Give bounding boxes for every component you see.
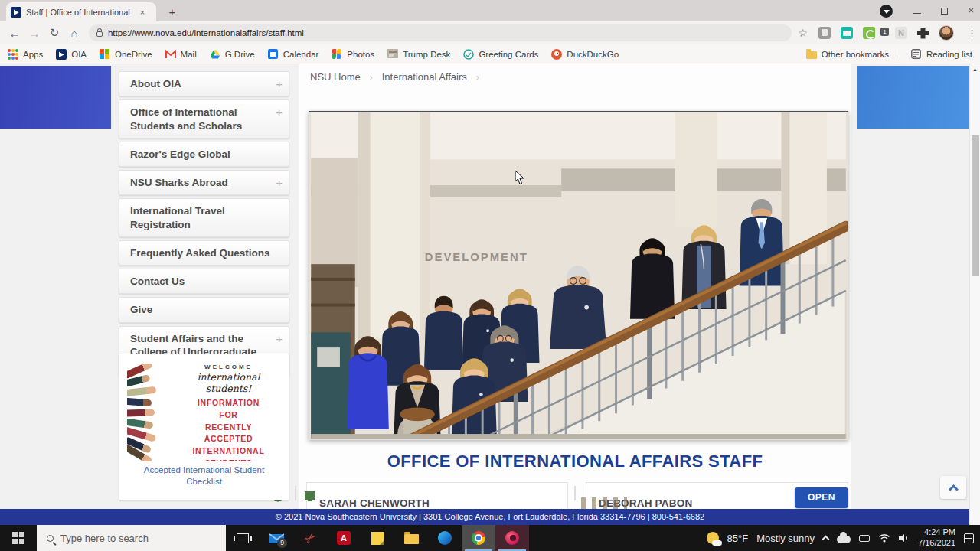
sidebar-item-label: Razor's Edge Global [130, 148, 230, 160]
back-icon[interactable]: ← [5, 27, 24, 40]
weather-condition[interactable]: Mostly sunny [756, 533, 815, 544]
sidebar-item-contact-us[interactable]: Contact Us [119, 269, 289, 294]
bookmark-apps[interactable]: Apps [8, 49, 43, 60]
action-center-icon[interactable] [964, 533, 974, 543]
reload-icon[interactable]: ↻ [44, 26, 64, 40]
scrollbar-up-icon[interactable]: ▲ [970, 67, 980, 72]
sidebar-item-label: Contact Us [130, 276, 185, 287]
window-minimize-button[interactable] [913, 13, 921, 14]
other-bookmarks[interactable]: Other bookmarks [806, 50, 889, 59]
volume-icon[interactable] [899, 533, 910, 543]
acrobat-button[interactable]: A [327, 525, 361, 551]
bookmark-duckduckgo[interactable]: DuckDuckGo [551, 49, 619, 60]
clock-date: 7/16/2021 [918, 538, 956, 547]
clock-time: 4:24 PM [924, 527, 956, 536]
profile-avatar[interactable] [939, 25, 954, 41]
sidebar-item-travel-registration[interactable]: International Travel Registration [119, 198, 289, 237]
breadcrumb-nsu-home[interactable]: NSU Home [310, 71, 361, 83]
extension-mail-icon[interactable] [841, 27, 853, 39]
window-maximize-button[interactable] [941, 8, 948, 15]
bookmark-calendar[interactable]: Calendar [268, 49, 319, 60]
chrome-button[interactable] [462, 525, 495, 551]
tab-title: Staff | Office of International Affa [26, 8, 132, 17]
breadcrumb: NSU Home › International Affairs › [310, 71, 479, 83]
sidebar-item-sharks-abroad[interactable]: NSU Sharks Abroad + [119, 170, 289, 195]
sidebar-item-international-students[interactable]: Office of International Students and Sch… [119, 99, 289, 139]
sticky-notes-icon [371, 532, 384, 545]
window-close-button[interactable]: × [968, 6, 974, 15]
sidebar-item-razors-edge[interactable]: Razor's Edge Global [119, 142, 289, 167]
browser-menu-icon[interactable]: ⋮ [967, 28, 977, 39]
media-controls-icon[interactable] [880, 5, 893, 18]
weather-temp[interactable]: 85°F [727, 533, 749, 544]
accepted-student-checklist-link[interactable]: Accepted International Student Checklist [119, 465, 289, 487]
search-input[interactable] [60, 533, 206, 544]
wifi-icon[interactable] [878, 533, 890, 543]
apps-grid-icon [8, 49, 18, 60]
bookmark-greeting-cards[interactable]: Greeting Cards [463, 49, 538, 60]
sidebar-item-about-oia[interactable]: About OIA + [119, 71, 289, 96]
new-tab-button[interactable]: + [164, 4, 181, 21]
bookmark-gdrive[interactable]: G Drive [210, 49, 255, 60]
task-view-button[interactable] [226, 525, 260, 551]
mail-app-button[interactable]: 9 [260, 525, 293, 551]
bookmark-mail[interactable]: Mail [165, 49, 197, 60]
extension-green-icon[interactable] [863, 27, 875, 39]
bookmark-oia[interactable]: OIA [56, 49, 87, 60]
weather-icon[interactable] [707, 532, 719, 544]
bookmark-onedrive[interactable]: OneDrive [100, 49, 152, 60]
hero-banner-left [0, 66, 111, 129]
lock-icon [96, 31, 103, 37]
reading-list-label: Reading list [926, 50, 972, 59]
staff-thumbnail [295, 486, 296, 500]
plus-icon[interactable]: + [276, 77, 283, 91]
red-line: ACCEPTED [176, 433, 281, 445]
plus-icon[interactable]: + [276, 105, 283, 119]
back-to-top-button[interactable] [940, 476, 966, 499]
sidebar-item-faq[interactable]: Frequently Asked Questions [119, 240, 289, 266]
bookmark-star-icon[interactable]: ☆ [798, 27, 808, 39]
welcome-graphic: WELCOME international students! INFORMAT… [127, 364, 281, 461]
extensions-puzzle-icon[interactable] [917, 28, 929, 39]
sidebar-item-give[interactable]: Give [119, 297, 289, 322]
breadcrumb-international-affairs[interactable]: International Affairs [382, 71, 467, 83]
snipping-tool-button[interactable]: ✂ [293, 525, 327, 551]
taskbar-clock[interactable]: 4:24 PM 7/16/2021 [918, 527, 956, 549]
taskbar-search[interactable] [37, 525, 226, 551]
screen-recorder-button[interactable] [495, 525, 529, 551]
duckduckgo-icon [551, 49, 562, 60]
file-explorer-button[interactable] [394, 525, 428, 551]
hero-banner-right [858, 66, 969, 129]
sticky-notes-button[interactable] [361, 525, 394, 551]
bookmarks-bar: Apps OIA OneDrive Mail G Drive Calendar [0, 44, 980, 64]
reading-list[interactable]: Reading list [911, 49, 972, 60]
mouse-cursor [514, 170, 525, 185]
plus-icon[interactable]: + [276, 175, 283, 190]
page-scrollbar[interactable]: ▲ [969, 64, 980, 525]
start-button[interactable] [0, 525, 37, 551]
extension-n-icon[interactable]: N [895, 27, 907, 39]
home-icon[interactable]: ⌂ [64, 27, 84, 40]
page-viewport: NSU Home › International Affairs › [0, 64, 980, 525]
plus-icon[interactable]: + [276, 331, 283, 346]
url-text[interactable]: https://www.nova.edu/internationalaffair… [108, 28, 304, 37]
open-button[interactable]: OPEN [795, 487, 848, 508]
browser-tab[interactable]: Staff | Office of International Affa × [6, 2, 156, 21]
sidebar-item-label: International Travel Registration [130, 205, 225, 230]
tray-expand-icon[interactable] [822, 536, 830, 543]
red-line: FOR [176, 409, 281, 422]
forward-icon[interactable]: → [24, 27, 44, 40]
scrollbar-thumb[interactable] [972, 135, 979, 276]
bookmark-photos[interactable]: Photos [332, 49, 374, 60]
bookmark-label: Apps [23, 50, 43, 59]
edge-button[interactable] [428, 525, 462, 551]
onedrive-icon[interactable] [837, 536, 851, 543]
address-bar[interactable]: https://www.nova.edu/internationalaffair… [89, 24, 792, 41]
bookmark-label: Photos [347, 50, 374, 59]
bookmark-trump-desk[interactable]: Trump Desk [387, 49, 450, 60]
nsu-favicon [11, 7, 21, 18]
device-icon[interactable] [859, 535, 870, 542]
tab-close-icon[interactable]: × [136, 6, 149, 18]
sidebar-item-label: About OIA [130, 78, 181, 90]
extension-device-icon[interactable] [818, 27, 831, 39]
